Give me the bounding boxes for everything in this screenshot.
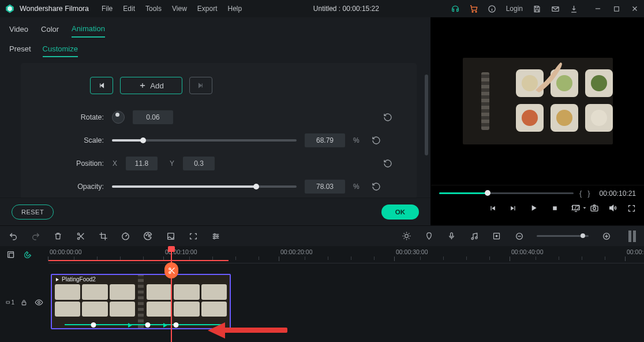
adjust-icon[interactable] bbox=[211, 231, 220, 241]
speed-icon[interactable] bbox=[121, 231, 130, 241]
rotate-label: Rotate: bbox=[67, 113, 104, 121]
info-icon[interactable] bbox=[488, 4, 497, 13]
crop-icon[interactable] bbox=[98, 231, 108, 241]
timeline-toolbar bbox=[0, 225, 644, 246]
menu-edit[interactable]: Edit bbox=[123, 5, 135, 13]
scale-reset-icon[interactable] bbox=[372, 135, 382, 146]
svg-point-1 bbox=[475, 11, 477, 12]
redo-icon[interactable] bbox=[31, 231, 40, 241]
progress-row: { } 00:00:10:21 bbox=[439, 189, 636, 198]
timeline-header: 00:00:00:0000:00:10:0000:00:20:0000:00:3… bbox=[0, 246, 644, 263]
maximize-icon[interactable] bbox=[612, 4, 621, 13]
scale-input[interactable] bbox=[305, 133, 345, 147]
reset-button[interactable]: RESET bbox=[12, 205, 54, 220]
timeline-ruler[interactable]: 00:00:00:0000:00:10:0000:00:20:0000:00:3… bbox=[48, 246, 644, 263]
rotate-knob[interactable] bbox=[112, 111, 125, 124]
brace-close-icon[interactable]: } bbox=[587, 189, 590, 198]
audio-meter-icon[interactable] bbox=[628, 231, 636, 242]
position-y-label: Y bbox=[169, 159, 175, 168]
svg-point-31 bbox=[38, 302, 40, 304]
step-forward-icon[interactable] bbox=[508, 203, 518, 213]
opacity-input[interactable] bbox=[305, 180, 345, 194]
zoom-slider[interactable] bbox=[537, 235, 589, 237]
media-bin-icon[interactable] bbox=[6, 250, 16, 259]
playback-row: 1/2 bbox=[439, 203, 636, 213]
split-icon[interactable] bbox=[76, 231, 85, 241]
subtab-preset[interactable]: Preset bbox=[9, 44, 31, 57]
menu-file[interactable]: File bbox=[102, 5, 113, 13]
download-icon[interactable] bbox=[569, 4, 578, 13]
position-y-input[interactable] bbox=[183, 157, 215, 170]
play-icon[interactable] bbox=[529, 203, 538, 213]
fullscreen-icon[interactable] bbox=[627, 203, 636, 213]
opacity-label: Opacity: bbox=[67, 183, 104, 191]
main-menu: File Edit Tools View Export Help bbox=[102, 5, 242, 13]
render-icon[interactable] bbox=[402, 231, 411, 241]
hand-illustration bbox=[526, 62, 567, 94]
cart-icon[interactable] bbox=[469, 4, 478, 13]
step-back-icon[interactable] bbox=[488, 203, 497, 213]
color-icon[interactable] bbox=[143, 231, 153, 241]
next-keyframe-button[interactable] bbox=[189, 77, 212, 94]
rotate-input[interactable] bbox=[133, 110, 173, 124]
opacity-slider[interactable] bbox=[112, 185, 297, 188]
opacity-reset-icon[interactable] bbox=[372, 181, 382, 192]
greenscreen-icon[interactable] bbox=[166, 231, 175, 241]
video-track-icon[interactable]: 1 bbox=[6, 298, 14, 307]
svg-point-19 bbox=[405, 235, 409, 238]
eye-icon[interactable] bbox=[35, 298, 43, 307]
scale-slider[interactable] bbox=[112, 139, 297, 142]
position-x-input[interactable] bbox=[126, 157, 158, 170]
scissors-icon[interactable] bbox=[164, 262, 178, 278]
display-icon[interactable] bbox=[571, 203, 581, 213]
add-keyframe-button[interactable]: Add bbox=[120, 77, 182, 94]
keyframe-icon[interactable] bbox=[492, 231, 501, 241]
marker-icon[interactable] bbox=[424, 231, 434, 241]
close-icon[interactable] bbox=[630, 4, 639, 13]
position-reset-icon[interactable] bbox=[383, 158, 394, 169]
volume-icon[interactable] bbox=[608, 203, 617, 213]
save-icon[interactable] bbox=[532, 4, 541, 13]
ruler-tick: 00:00:20:00 bbox=[280, 248, 312, 255]
voiceover-icon[interactable] bbox=[447, 231, 456, 241]
scale-unit: % bbox=[353, 136, 360, 144]
mail-icon[interactable] bbox=[551, 4, 560, 13]
magnet-icon[interactable] bbox=[23, 250, 32, 259]
delete-icon[interactable] bbox=[53, 231, 63, 241]
app-logo-icon bbox=[5, 3, 15, 14]
snapshot-icon[interactable] bbox=[590, 203, 599, 213]
zoom-out-icon[interactable] bbox=[514, 231, 524, 241]
svg-point-8 bbox=[593, 207, 596, 210]
menu-tools[interactable]: Tools bbox=[145, 5, 162, 13]
audio-mixer-icon[interactable] bbox=[469, 231, 479, 241]
lock-icon[interactable] bbox=[20, 298, 29, 307]
svg-point-24 bbox=[496, 235, 497, 237]
prev-keyframe-button[interactable] bbox=[90, 77, 113, 94]
panel-scrollbar[interactable] bbox=[425, 75, 428, 155]
ruler-tick: 00:00:00:00 bbox=[50, 248, 81, 255]
stop-icon[interactable] bbox=[550, 203, 559, 213]
zoom-in-icon[interactable] bbox=[601, 231, 611, 241]
detach-icon[interactable] bbox=[188, 231, 198, 241]
menu-export[interactable]: Export bbox=[197, 5, 218, 13]
tab-video[interactable]: Video bbox=[9, 25, 28, 37]
progress-slider[interactable] bbox=[439, 192, 574, 194]
timeline-clip[interactable]: PlatingFood2 bbox=[51, 274, 231, 329]
playhead[interactable] bbox=[171, 246, 172, 342]
login-link[interactable]: Login bbox=[506, 5, 523, 13]
headset-icon[interactable] bbox=[451, 4, 460, 13]
position-row: Position: X Y bbox=[67, 157, 394, 170]
svg-point-9 bbox=[77, 233, 79, 235]
brace-open-icon[interactable]: { bbox=[579, 189, 582, 198]
menu-view[interactable]: View bbox=[172, 5, 187, 13]
minimize-icon[interactable] bbox=[593, 4, 602, 13]
title-bar: Wondershare Filmora File Edit Tools View… bbox=[0, 0, 644, 17]
svg-point-0 bbox=[472, 11, 473, 12]
tab-color[interactable]: Color bbox=[41, 25, 59, 37]
undo-icon[interactable] bbox=[8, 231, 18, 241]
tab-animation[interactable]: Animation bbox=[72, 24, 105, 38]
subtab-customize[interactable]: Customize bbox=[43, 44, 78, 57]
ok-button[interactable]: OK bbox=[381, 205, 419, 220]
menu-help[interactable]: Help bbox=[227, 5, 242, 13]
rotate-reset-icon[interactable] bbox=[383, 112, 394, 122]
